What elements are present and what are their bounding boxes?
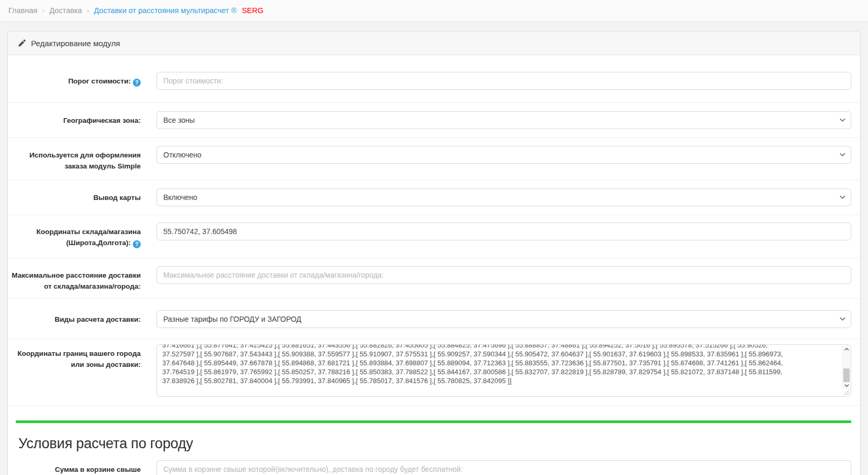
field-label-text: Координаты склада/магазина (Широта,Долго… bbox=[36, 228, 141, 247]
form-row-calc-type: Виды расчета доставки: Разные тарифы по … bbox=[8, 299, 860, 339]
field-label-text: Максимальное расстояние доставки от скла… bbox=[12, 271, 141, 290]
city-borders-textarea[interactable]: 37.416661 ],[ 55.877641, 37.425425 ],[ 5… bbox=[156, 344, 851, 397]
field-control: 37.416661 ],[ 55.877641, 37.425425 ],[ 5… bbox=[156, 344, 851, 397]
green-section-divider bbox=[16, 420, 851, 423]
breadcrumb-separator-icon: › bbox=[87, 6, 89, 15]
textarea-scrollbar[interactable] bbox=[842, 345, 850, 389]
field-label: Используется для оформления заказа модул… bbox=[8, 146, 141, 172]
pencil-icon bbox=[18, 39, 26, 47]
calc-type-select[interactable]: Разные тарифы по ГОРОДУ и ЗАГОРОД bbox=[156, 310, 851, 328]
breadcrumb-separator-icon: › bbox=[42, 6, 45, 15]
form-row-warehouse-coords: Координаты склада/магазина (Широта,Долго… bbox=[8, 215, 860, 258]
field-label: Вывод карты bbox=[8, 188, 141, 206]
module-form: Порог стоимости:? Географическая зона: В… bbox=[8, 55, 860, 475]
field-label-text: Географическая зона: bbox=[63, 117, 141, 124]
field-label-text: Координаты границ вашего города или зоны… bbox=[17, 350, 141, 368]
field-control: Отключено bbox=[156, 146, 851, 172]
field-label: Максимальное расстояние доставки от скла… bbox=[8, 266, 141, 292]
help-icon[interactable]: ? bbox=[133, 79, 141, 87]
free-city-sum-input[interactable] bbox=[156, 460, 851, 475]
city-borders-text: 37.416661 ],[ 55.877641, 37.425425 ],[ 5… bbox=[157, 344, 851, 385]
edit-module-panel: Редактирование модуля Порог стоимости:? … bbox=[7, 31, 861, 475]
scroll-down-icon[interactable] bbox=[843, 382, 850, 389]
field-label: Географическая зона: bbox=[8, 111, 141, 129]
breadcrumb-delivery[interactable]: Доставка bbox=[49, 6, 82, 15]
panel-title: Редактирование модуля bbox=[31, 39, 120, 48]
breadcrumb-current-module[interactable]: Доставки от расстояния мультирасчет ® bbox=[94, 6, 237, 15]
panel-header: Редактирование модуля bbox=[8, 31, 860, 55]
field-control bbox=[156, 460, 851, 475]
field-label-text: Виды расчета доставки: bbox=[55, 315, 141, 323]
field-label: Виды расчета доставки: bbox=[8, 310, 141, 328]
field-label: Координаты склада/магазина (Широта,Долго… bbox=[8, 223, 141, 248]
form-row-free-city-sum: Сумма в корзине свыше которой(включитель… bbox=[8, 455, 860, 475]
form-row-map-output: Вывод карты Включено bbox=[8, 180, 860, 215]
city-section-title: Условия расчета по городу bbox=[18, 436, 860, 452]
form-row-simple-module: Используется для оформления заказа модул… bbox=[8, 138, 860, 180]
form-row-max-distance: Максимальное расстояние доставки от скла… bbox=[8, 258, 860, 299]
warehouse-coords-input[interactable] bbox=[156, 223, 851, 240]
breadcrumb: Главная › Доставка › Доставки от расстоя… bbox=[0, 0, 868, 22]
breadcrumb-home[interactable]: Главная bbox=[8, 6, 37, 15]
form-row-cost-threshold: Порог стоимости:? bbox=[8, 55, 860, 103]
scrollbar-thumb[interactable] bbox=[843, 368, 850, 382]
field-label-text: Используется для оформления заказа модул… bbox=[29, 151, 141, 170]
field-label: Координаты границ вашего города или зоны… bbox=[8, 344, 141, 397]
field-control: Разные тарифы по ГОРОДУ и ЗАГОРОД bbox=[156, 310, 851, 328]
help-icon[interactable]: ? bbox=[133, 240, 141, 248]
cost-threshold-input[interactable] bbox=[156, 72, 851, 90]
breadcrumb-brand-serg: SERG bbox=[242, 6, 264, 15]
field-control bbox=[156, 266, 851, 292]
form-row-geo-zone: Географическая зона: Все зоны bbox=[8, 103, 860, 138]
field-label: Сумма в корзине свыше которой(включитель… bbox=[8, 460, 141, 475]
form-row-city-borders: Координаты границ вашего города или зоны… bbox=[8, 339, 860, 406]
scroll-up-icon[interactable] bbox=[843, 345, 850, 353]
simple-module-select[interactable]: Отключено bbox=[156, 146, 851, 164]
map-output-select[interactable]: Включено bbox=[156, 188, 851, 206]
field-label-text: Вывод карты bbox=[93, 194, 141, 202]
field-control: Все зоны bbox=[156, 111, 851, 129]
page: Главная › Доставка › Доставки от расстоя… bbox=[0, 0, 868, 475]
max-distance-input[interactable] bbox=[156, 266, 851, 284]
resize-grip-icon[interactable] bbox=[843, 388, 850, 395]
geo-zone-select[interactable]: Все зоны bbox=[156, 111, 851, 129]
field-control bbox=[156, 72, 851, 90]
field-label-text: Сумма в корзине свыше которой(включитель… bbox=[20, 466, 141, 475]
field-label-text: Порог стоимости: bbox=[68, 77, 131, 85]
field-label: Порог стоимости:? bbox=[8, 72, 141, 90]
field-control: Включено bbox=[156, 188, 851, 206]
field-control bbox=[156, 223, 851, 248]
